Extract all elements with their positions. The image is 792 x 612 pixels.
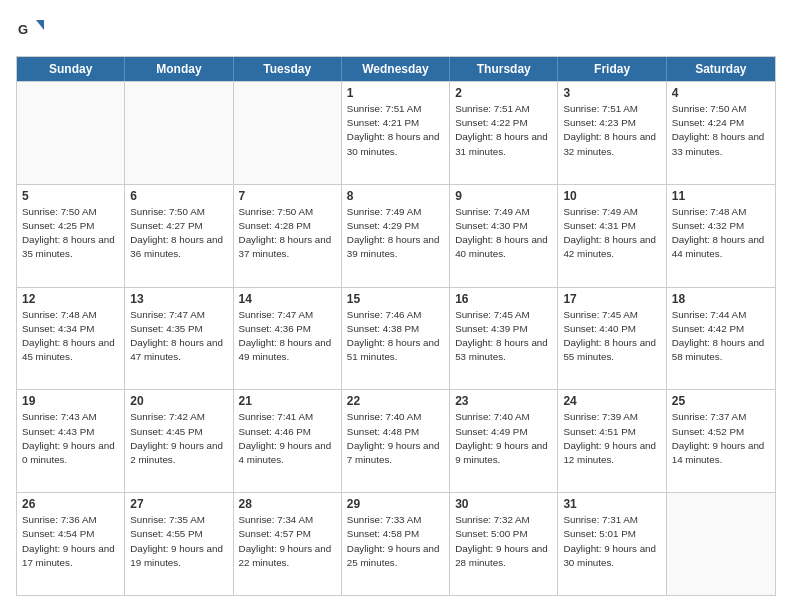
day-number: 4 (672, 86, 770, 100)
calendar-header: SundayMondayTuesdayWednesdayThursdayFrid… (17, 57, 775, 81)
day-info: Sunrise: 7:49 AM Sunset: 4:29 PM Dayligh… (347, 205, 444, 262)
day-number: 18 (672, 292, 770, 306)
calendar-day-7: 7Sunrise: 7:50 AM Sunset: 4:28 PM Daylig… (234, 185, 342, 287)
day-number: 19 (22, 394, 119, 408)
day-info: Sunrise: 7:51 AM Sunset: 4:23 PM Dayligh… (563, 102, 660, 159)
day-info: Sunrise: 7:44 AM Sunset: 4:42 PM Dayligh… (672, 308, 770, 365)
calendar-day-16: 16Sunrise: 7:45 AM Sunset: 4:39 PM Dayli… (450, 288, 558, 390)
day-number: 24 (563, 394, 660, 408)
day-info: Sunrise: 7:50 AM Sunset: 4:28 PM Dayligh… (239, 205, 336, 262)
calendar-day-27: 27Sunrise: 7:35 AM Sunset: 4:55 PM Dayli… (125, 493, 233, 595)
day-number: 27 (130, 497, 227, 511)
logo: G (16, 16, 48, 44)
day-info: Sunrise: 7:45 AM Sunset: 4:40 PM Dayligh… (563, 308, 660, 365)
calendar-day-19: 19Sunrise: 7:43 AM Sunset: 4:43 PM Dayli… (17, 390, 125, 492)
calendar-day-29: 29Sunrise: 7:33 AM Sunset: 4:58 PM Dayli… (342, 493, 450, 595)
day-info: Sunrise: 7:42 AM Sunset: 4:45 PM Dayligh… (130, 410, 227, 467)
calendar-empty-cell (667, 493, 775, 595)
calendar-day-4: 4Sunrise: 7:50 AM Sunset: 4:24 PM Daylig… (667, 82, 775, 184)
day-info: Sunrise: 7:40 AM Sunset: 4:49 PM Dayligh… (455, 410, 552, 467)
day-info: Sunrise: 7:35 AM Sunset: 4:55 PM Dayligh… (130, 513, 227, 570)
weekday-header: Wednesday (342, 57, 450, 81)
day-number: 2 (455, 86, 552, 100)
calendar-day-24: 24Sunrise: 7:39 AM Sunset: 4:51 PM Dayli… (558, 390, 666, 492)
day-number: 20 (130, 394, 227, 408)
weekday-header: Saturday (667, 57, 775, 81)
calendar-day-21: 21Sunrise: 7:41 AM Sunset: 4:46 PM Dayli… (234, 390, 342, 492)
day-info: Sunrise: 7:39 AM Sunset: 4:51 PM Dayligh… (563, 410, 660, 467)
calendar-day-10: 10Sunrise: 7:49 AM Sunset: 4:31 PM Dayli… (558, 185, 666, 287)
day-info: Sunrise: 7:41 AM Sunset: 4:46 PM Dayligh… (239, 410, 336, 467)
calendar-day-20: 20Sunrise: 7:42 AM Sunset: 4:45 PM Dayli… (125, 390, 233, 492)
day-number: 3 (563, 86, 660, 100)
day-info: Sunrise: 7:50 AM Sunset: 4:25 PM Dayligh… (22, 205, 119, 262)
day-info: Sunrise: 7:43 AM Sunset: 4:43 PM Dayligh… (22, 410, 119, 467)
calendar-day-25: 25Sunrise: 7:37 AM Sunset: 4:52 PM Dayli… (667, 390, 775, 492)
day-number: 9 (455, 189, 552, 203)
calendar-row: 26Sunrise: 7:36 AM Sunset: 4:54 PM Dayli… (17, 492, 775, 595)
day-number: 23 (455, 394, 552, 408)
day-number: 14 (239, 292, 336, 306)
weekday-header: Sunday (17, 57, 125, 81)
day-info: Sunrise: 7:37 AM Sunset: 4:52 PM Dayligh… (672, 410, 770, 467)
calendar-empty-cell (17, 82, 125, 184)
day-number: 28 (239, 497, 336, 511)
day-info: Sunrise: 7:51 AM Sunset: 4:22 PM Dayligh… (455, 102, 552, 159)
day-number: 6 (130, 189, 227, 203)
day-info: Sunrise: 7:34 AM Sunset: 4:57 PM Dayligh… (239, 513, 336, 570)
svg-text:G: G (18, 22, 28, 37)
calendar-day-8: 8Sunrise: 7:49 AM Sunset: 4:29 PM Daylig… (342, 185, 450, 287)
calendar-day-6: 6Sunrise: 7:50 AM Sunset: 4:27 PM Daylig… (125, 185, 233, 287)
day-info: Sunrise: 7:40 AM Sunset: 4:48 PM Dayligh… (347, 410, 444, 467)
calendar-day-23: 23Sunrise: 7:40 AM Sunset: 4:49 PM Dayli… (450, 390, 558, 492)
day-number: 10 (563, 189, 660, 203)
calendar-row: 1Sunrise: 7:51 AM Sunset: 4:21 PM Daylig… (17, 81, 775, 184)
weekday-header: Tuesday (234, 57, 342, 81)
day-number: 7 (239, 189, 336, 203)
day-number: 22 (347, 394, 444, 408)
calendar-row: 19Sunrise: 7:43 AM Sunset: 4:43 PM Dayli… (17, 389, 775, 492)
calendar-day-2: 2Sunrise: 7:51 AM Sunset: 4:22 PM Daylig… (450, 82, 558, 184)
calendar-empty-cell (234, 82, 342, 184)
calendar-day-1: 1Sunrise: 7:51 AM Sunset: 4:21 PM Daylig… (342, 82, 450, 184)
day-info: Sunrise: 7:45 AM Sunset: 4:39 PM Dayligh… (455, 308, 552, 365)
calendar-day-9: 9Sunrise: 7:49 AM Sunset: 4:30 PM Daylig… (450, 185, 558, 287)
calendar-day-12: 12Sunrise: 7:48 AM Sunset: 4:34 PM Dayli… (17, 288, 125, 390)
day-info: Sunrise: 7:32 AM Sunset: 5:00 PM Dayligh… (455, 513, 552, 570)
calendar-day-13: 13Sunrise: 7:47 AM Sunset: 4:35 PM Dayli… (125, 288, 233, 390)
svg-marker-1 (36, 20, 44, 30)
day-info: Sunrise: 7:47 AM Sunset: 4:35 PM Dayligh… (130, 308, 227, 365)
calendar-day-3: 3Sunrise: 7:51 AM Sunset: 4:23 PM Daylig… (558, 82, 666, 184)
day-info: Sunrise: 7:31 AM Sunset: 5:01 PM Dayligh… (563, 513, 660, 570)
day-number: 8 (347, 189, 444, 203)
calendar-body: 1Sunrise: 7:51 AM Sunset: 4:21 PM Daylig… (17, 81, 775, 595)
day-number: 11 (672, 189, 770, 203)
calendar-day-31: 31Sunrise: 7:31 AM Sunset: 5:01 PM Dayli… (558, 493, 666, 595)
day-number: 5 (22, 189, 119, 203)
day-info: Sunrise: 7:33 AM Sunset: 4:58 PM Dayligh… (347, 513, 444, 570)
weekday-header: Monday (125, 57, 233, 81)
calendar-day-5: 5Sunrise: 7:50 AM Sunset: 4:25 PM Daylig… (17, 185, 125, 287)
day-info: Sunrise: 7:46 AM Sunset: 4:38 PM Dayligh… (347, 308, 444, 365)
day-number: 17 (563, 292, 660, 306)
weekday-header: Friday (558, 57, 666, 81)
weekday-header: Thursday (450, 57, 558, 81)
day-number: 12 (22, 292, 119, 306)
calendar-row: 5Sunrise: 7:50 AM Sunset: 4:25 PM Daylig… (17, 184, 775, 287)
calendar-row: 12Sunrise: 7:48 AM Sunset: 4:34 PM Dayli… (17, 287, 775, 390)
day-number: 25 (672, 394, 770, 408)
page-header: G (16, 16, 776, 44)
calendar-day-17: 17Sunrise: 7:45 AM Sunset: 4:40 PM Dayli… (558, 288, 666, 390)
day-info: Sunrise: 7:49 AM Sunset: 4:31 PM Dayligh… (563, 205, 660, 262)
day-info: Sunrise: 7:48 AM Sunset: 4:34 PM Dayligh… (22, 308, 119, 365)
day-number: 13 (130, 292, 227, 306)
day-number: 21 (239, 394, 336, 408)
day-info: Sunrise: 7:51 AM Sunset: 4:21 PM Dayligh… (347, 102, 444, 159)
calendar-day-14: 14Sunrise: 7:47 AM Sunset: 4:36 PM Dayli… (234, 288, 342, 390)
day-number: 31 (563, 497, 660, 511)
day-number: 30 (455, 497, 552, 511)
calendar-day-26: 26Sunrise: 7:36 AM Sunset: 4:54 PM Dayli… (17, 493, 125, 595)
calendar: SundayMondayTuesdayWednesdayThursdayFrid… (16, 56, 776, 596)
logo-icon: G (16, 16, 44, 44)
day-info: Sunrise: 7:50 AM Sunset: 4:27 PM Dayligh… (130, 205, 227, 262)
